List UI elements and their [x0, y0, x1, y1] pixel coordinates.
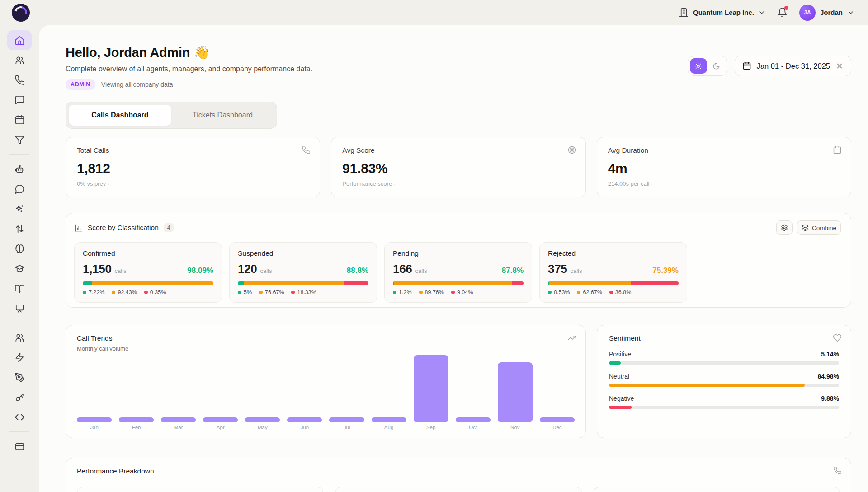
combine-label: Combine [812, 225, 836, 231]
tab-tickets-dashboard[interactable]: Tickets Dashboard [171, 105, 274, 126]
sidebar-item-automations[interactable] [7, 347, 32, 367]
axis-label: May [245, 425, 280, 430]
classification-calls: 375 [548, 262, 567, 276]
score-by-classification-section: Score by Classification 4 Combine Confir… [66, 213, 851, 308]
legend-item: 76.67% [259, 289, 284, 295]
classification-card-pending: Pending 166 calls 87.8% 1.2% 89.76% 9.04… [384, 242, 532, 303]
sidebar-item-bot[interactable] [7, 159, 32, 179]
sun-icon [694, 62, 702, 70]
call-trends-chart: Jan Feb Mar Apr May Jun Jul Aug Sep Oct … [77, 353, 575, 422]
bot-icon [14, 164, 25, 174]
call-trends-subtitle: Monthly call volume [77, 345, 575, 352]
company-selector[interactable]: Quantum Leap Inc. [679, 7, 765, 18]
legend-item: 62.67% [577, 289, 602, 295]
home-icon [14, 35, 25, 46]
classification-score: 87.8% [502, 266, 524, 275]
sentiment-track [609, 406, 839, 409]
sidebar-item-messages[interactable] [7, 90, 32, 110]
classification-calls: 166 [393, 262, 412, 276]
tab-calls-dashboard[interactable]: Calls Dashboard [69, 105, 171, 126]
dark-mode-button[interactable] [708, 58, 725, 74]
book-open-icon [14, 283, 25, 294]
sentiment-track [609, 384, 839, 387]
bar [456, 417, 491, 422]
phone-icon [14, 75, 25, 85]
filter-icon [14, 135, 25, 145]
sidebar-item-users[interactable] [7, 50, 32, 70]
axis-label: Dec [540, 425, 575, 430]
bar [161, 417, 196, 422]
axis-label: Aug [372, 425, 406, 430]
calendar-icon [833, 145, 842, 155]
sidebar-item-library[interactable] [7, 278, 32, 298]
bar [372, 417, 406, 422]
bar [203, 417, 238, 422]
stat-label: Avg Score [342, 146, 574, 155]
segment-negative [631, 281, 679, 285]
phone-icon [302, 145, 311, 155]
heart-icon[interactable] [833, 333, 842, 342]
sidebar-item-access[interactable] [7, 387, 32, 407]
sidebar-item-filters[interactable] [7, 130, 32, 150]
topbar: Quantum Leap Inc. JA Jordan [0, 0, 868, 25]
zap-icon [14, 352, 25, 363]
classification-progress [393, 281, 524, 285]
combine-button[interactable]: Combine [797, 220, 841, 235]
sentiment-fill [609, 406, 632, 409]
classification-name: Suspended [238, 249, 368, 258]
sidebar-item-home[interactable] [7, 30, 32, 50]
view-note: Viewing all company data [101, 81, 173, 88]
brain-icon [14, 244, 25, 254]
axis-label: Sep [414, 425, 448, 430]
classification-name: Confirmed [83, 249, 213, 258]
sidebar-item-training[interactable] [7, 258, 32, 278]
segment-positive [238, 281, 244, 285]
sidebar-item-chat[interactable] [7, 179, 32, 199]
legend-dot [548, 291, 552, 294]
sentiment-label: Negative [609, 395, 634, 402]
avatar: JA [799, 5, 816, 21]
clear-date-icon[interactable] [835, 62, 844, 70]
sidebar-item-calls[interactable] [7, 70, 32, 90]
bar-column-sep: Sep [414, 353, 448, 422]
call-trends-title: Call Trends [77, 334, 575, 342]
sidebar-item-team[interactable] [7, 328, 32, 347]
calendar-icon [742, 61, 751, 70]
user-menu[interactable]: JA Jordan [799, 5, 854, 21]
app-logo[interactable] [12, 4, 30, 22]
sidebar-item-transfers[interactable] [7, 219, 32, 239]
bar-column-apr: Apr [203, 353, 238, 422]
bar-column-nov: Nov [498, 353, 533, 422]
light-mode-button[interactable] [690, 58, 707, 74]
stat-card-avg-duration: Avg Duration 4m 214.00s per call · [597, 137, 851, 197]
code-icon [14, 412, 25, 422]
sidebar-item-developer[interactable] [7, 407, 32, 427]
legend-dot [83, 291, 86, 294]
classification-progress [238, 281, 368, 285]
layers-icon [802, 224, 809, 231]
dashboard-tabs: Calls Dashboard Tickets Dashboard [66, 102, 277, 129]
sidebar-divider [9, 323, 29, 323]
chevron-down-icon [847, 9, 854, 16]
sidebar-item-billing[interactable] [7, 436, 32, 456]
sidebar-item-design[interactable] [7, 367, 32, 387]
bar [329, 417, 364, 422]
message-circle-icon [14, 184, 25, 194]
classification-unit: calls [115, 267, 127, 274]
page-subtitle: Complete overview of all agents, manager… [66, 65, 312, 73]
bar-column-may: May [245, 353, 280, 422]
sidebar-item-brain[interactable] [7, 239, 32, 258]
sidebar-item-presentations[interactable] [7, 298, 32, 318]
sentiment-value: 9.88% [821, 395, 839, 402]
date-range-picker[interactable]: Jan 01 - Dec 31, 2025 [735, 56, 851, 76]
classification-calls: 120 [238, 262, 257, 276]
sidebar-item-calendar[interactable] [7, 110, 32, 130]
settings-button[interactable] [776, 220, 793, 235]
graduation-cap-icon [14, 263, 25, 274]
notifications-button[interactable] [777, 7, 788, 18]
gear-icon [781, 224, 788, 231]
sidebar-item-ai[interactable] [7, 199, 32, 219]
theme-toggle [688, 56, 727, 76]
classification-score: 75.39% [652, 266, 679, 275]
sentiment-value: 84.98% [818, 373, 839, 380]
